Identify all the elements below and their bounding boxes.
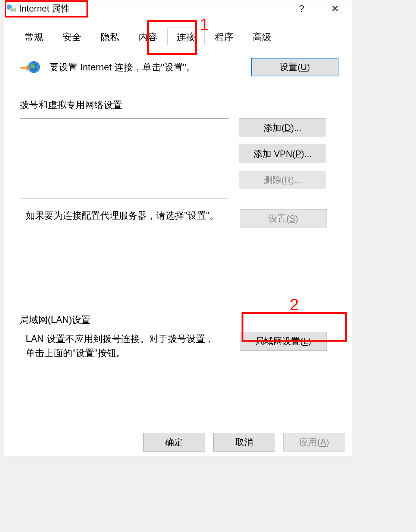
setup-button[interactable]: 设置(U) [251, 58, 338, 76]
lan-section: 局域网(LAN)设置 LAN 设置不应用到拨号连接。对于拨号设置，单击上面的"设… [20, 314, 338, 360]
connections-pane: 要设置 Internet 连接，单击"设置"。 设置(U) 拨号和虚拟专用网络设… [4, 45, 352, 367]
connections-listbox[interactable] [20, 118, 229, 199]
lan-text: LAN 设置不应用到拨号连接。对于拨号设置，单击上面的"设置"按钮。 [20, 332, 217, 360]
apply-button: 应用(A) [283, 433, 345, 452]
tabs: 常规 安全 隐私 内容 连接 程序 高级 [4, 27, 352, 45]
setup-row: 要设置 Internet 连接，单击"设置"。 设置(U) [20, 58, 338, 76]
connection-settings-button: 设置(S) [240, 209, 327, 228]
dialup-section-label: 拨号和虚拟专用网络设置 [20, 99, 338, 111]
tab-general[interactable]: 常规 [15, 28, 53, 45]
tab-advanced[interactable]: 高级 [243, 28, 281, 45]
cancel-button[interactable]: 取消 [213, 433, 275, 452]
internet-options-icon [6, 4, 16, 13]
tab-content[interactable]: 内容 [129, 28, 167, 45]
add-button[interactable]: 添加(D)... [239, 118, 326, 137]
close-button[interactable]: ✕ [318, 0, 352, 17]
titlebar: Internet 属性 ? ✕ [4, 0, 352, 17]
proxy-row: 如果要为连接配置代理服务器，请选择"设置"。 设置(S) [20, 209, 338, 228]
lan-settings-button[interactable]: 局域网设置(L) [240, 332, 327, 351]
svg-rect-1 [10, 8, 15, 12]
setup-text: 要设置 Internet 连接，单击"设置"。 [50, 61, 251, 73]
ok-button[interactable]: 确定 [143, 433, 205, 452]
globe-arrow-icon [20, 59, 41, 75]
help-button[interactable]: ? [285, 0, 318, 17]
tab-programs[interactable]: 程序 [205, 28, 243, 45]
tab-connections[interactable]: 连接 [167, 28, 205, 45]
tab-privacy[interactable]: 隐私 [91, 28, 129, 45]
divider [100, 320, 338, 320]
add-vpn-button[interactable]: 添加 VPN(P)... [239, 145, 326, 163]
dialog-footer: 确定 取消 应用(A) [143, 433, 345, 452]
dialup-area: 添加(D)... 添加 VPN(P)... 删除(R)... [20, 118, 338, 199]
remove-button: 删除(R)... [239, 171, 326, 189]
proxy-text: 如果要为连接配置代理服务器，请选择"设置"。 [20, 209, 224, 228]
window-title: Internet 属性 [19, 3, 70, 15]
internet-properties-dialog: Internet 属性 ? ✕ 常规 安全 隐私 内容 连接 程序 高级 要设置… [4, 0, 352, 456]
lan-section-label: 局域网(LAN)设置 [20, 314, 91, 326]
tab-security[interactable]: 安全 [53, 28, 91, 45]
